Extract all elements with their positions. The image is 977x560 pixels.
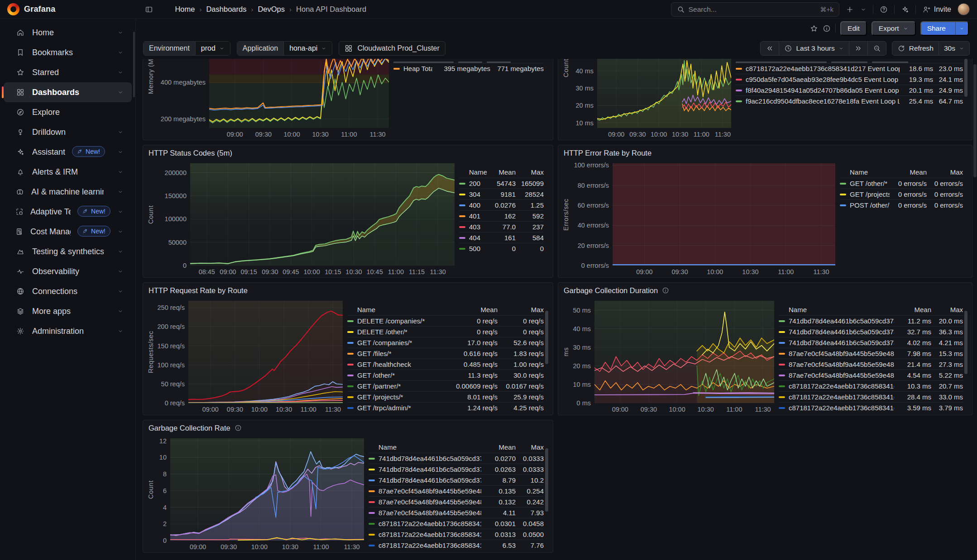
legend-row[interactable]: GET /other/*0 errors/s0 errors/s: [840, 178, 963, 189]
sidebar-item-explore[interactable]: Explore: [4, 102, 132, 122]
legend-row[interactable]: GET /partner/*0.00609 req/s0.0167 req/s: [347, 380, 544, 391]
chevron-down-icon[interactable]: [117, 327, 124, 335]
chevron-down-icon[interactable]: [117, 168, 124, 176]
panel-title[interactable]: HTTP Error Rate by Route: [564, 149, 651, 157]
page-scrollbar[interactable]: [973, 64, 977, 177]
chevron-down-icon[interactable]: [117, 267, 124, 275]
legend-row[interactable]: POST /other/*0 errors/s0 errors/s: [840, 199, 963, 210]
legend-row[interactable]: GET /files/*0.616 req/s1.83 req/s: [347, 348, 544, 359]
legend-row[interactable]: c8718172a22e4aebb1736c858341d21728.4 ms3…: [779, 391, 963, 402]
panel-title[interactable]: Garbage Collection Rate: [148, 424, 230, 432]
legend-row[interactable]: 87ae7e0cf45a48bf9a445b5e59e4850a7.98 ms1…: [779, 348, 963, 359]
legend-row[interactable]: GET /other/*11.3 req/s30.0 req/s: [347, 370, 544, 380]
chevron-down-icon[interactable]: [117, 188, 124, 196]
legend-row[interactable]: 741dbd78d4ea4461b6c5a059cd37365a8.7910.2: [369, 475, 544, 485]
legend-row[interactable]: 401162592: [459, 210, 544, 221]
time-series-chart[interactable]: [190, 163, 455, 266]
time-range-picker[interactable]: Last 3 hours: [779, 42, 848, 55]
panel-title[interactable]: Garbage Collection Duration: [564, 286, 658, 295]
sidebar-item-testing-synthetics[interactable]: Testing & synthetics: [4, 242, 132, 261]
legend-row[interactable]: 50000: [459, 243, 544, 254]
breadcrumb-item[interactable]: Hona API Dashboard: [296, 5, 366, 14]
legend-row[interactable]: 87ae7e0cf45a48bf9a445b5e59e4850a0.1350.2…: [369, 485, 544, 496]
panel-title[interactable]: HTTP Status Codes (5m): [148, 149, 232, 157]
chevron-down-icon[interactable]: [117, 307, 124, 315]
star-dashboard-icon[interactable]: [810, 24, 818, 33]
sidebar-item-home[interactable]: Home: [4, 23, 132, 43]
sidebar-item-alerts-irm[interactable]: Alerts & IRM: [4, 162, 132, 182]
legend-row[interactable]: GET /companies/*17.0 req/s52.6 req/s: [347, 337, 544, 348]
panel-info-icon[interactable]: [235, 424, 242, 432]
sidebar-item-more-apps[interactable]: More apps: [4, 301, 132, 321]
share-menu-chevron-icon[interactable]: [955, 22, 968, 35]
chevron-down-icon[interactable]: [117, 208, 124, 216]
legend-row[interactable]: c950da5fe7d045aeab93e28fee9b4dc5 Event L…: [736, 74, 963, 85]
export-button[interactable]: Export: [872, 21, 916, 36]
legend-row[interactable]: f9ac216cd9504dfbac8ece16278e18fa Event L…: [736, 95, 963, 106]
legend-row[interactable]: c8718172a22e4aebb1736c858341d2170.03010.…: [369, 518, 544, 529]
sidebar-item-adaptive-telemetry[interactable]: Adaptive Telemetry New!: [4, 202, 132, 222]
chevron-down-icon[interactable]: [117, 128, 124, 136]
sidebar-item-dashboards[interactable]: Dashboards: [4, 82, 132, 102]
help-icon[interactable]: [880, 5, 888, 14]
time-series-chart[interactable]: [597, 59, 731, 128]
sidebar-item-starred[interactable]: Starred: [4, 62, 132, 82]
sidebar-item-drilldown[interactable]: Drilldown: [4, 122, 132, 142]
invite-button[interactable]: Invite: [922, 5, 951, 14]
share-label[interactable]: Share: [921, 22, 952, 35]
dashboard-info-icon[interactable]: [823, 24, 831, 33]
search-box[interactable]: ⌘+k: [671, 2, 839, 17]
legend-row[interactable]: 741dbd78d4ea4461b6c5a059cd37365a0.02700.…: [369, 453, 544, 464]
breadcrumb-item[interactable]: Home: [175, 5, 195, 14]
legend-row[interactable]: c8718172a22e4aebb1736c858341d2176.537.76: [369, 540, 544, 551]
chevron-down-icon[interactable]: [117, 148, 124, 156]
new-menu-icon[interactable]: [846, 5, 854, 14]
legend-row[interactable]: 404161584: [459, 232, 544, 243]
legend-scrollbar[interactable]: [545, 448, 548, 512]
legend-row[interactable]: DELETE /other/*0 req/s0 req/s: [347, 326, 544, 337]
legend-row[interactable]: 87ae7e0cf45a48bf9a445b5e59e4850a4.117.93: [369, 507, 544, 518]
legend-row[interactable]: GET /projects/*8.01 req/s25.9 req/s: [347, 391, 544, 402]
legend-row[interactable]: 741dbd78d4ea4461b6c5a059cd37365a11.2 ms2…: [779, 315, 963, 326]
breadcrumb-item[interactable]: DevOps: [258, 5, 285, 14]
sidebar-item-ai-machine-learning[interactable]: AI & machine learning: [4, 182, 132, 202]
legend-row[interactable]: 741dbd78d4ea4461b6c5a059cd37365a4.02 ms4…: [779, 337, 963, 348]
share-button[interactable]: Share: [920, 21, 969, 36]
chevron-down-icon[interactable]: [117, 287, 124, 295]
time-series-chart[interactable]: [170, 438, 364, 541]
chevron-down-icon[interactable]: [117, 48, 124, 57]
time-series-chart[interactable]: [594, 301, 774, 403]
chevron-down-icon[interactable]: [117, 247, 124, 256]
variable-application[interactable]: Application hona-api: [237, 41, 333, 56]
variable-environment[interactable]: Environment prod: [143, 41, 230, 56]
grafana-logo[interactable]: [7, 3, 19, 15]
legend-row[interactable]: f8f40a2948154941a05d24707b86da05 Event L…: [736, 85, 963, 95]
time-shift-back-button[interactable]: [761, 42, 779, 55]
refresh-button[interactable]: Refresh: [892, 42, 939, 55]
legend-scrollbar[interactable]: [545, 311, 548, 364]
legend-row[interactable]: c8718172a22e4aebb1736c858341d217 Event L…: [736, 63, 963, 74]
chevron-down-icon[interactable]: [117, 88, 124, 96]
legend-row[interactable]: 87ae7e0cf45a48bf9a445b5e59e4850a0.1320.2…: [369, 496, 544, 507]
chevron-down-icon[interactable]: [117, 228, 124, 236]
legend-row[interactable]: 741dbd78d4ea4461b6c5a059cd37365a32.7 ms3…: [779, 326, 963, 337]
sidebar-item-assistant[interactable]: Assistant New!: [4, 142, 132, 162]
legend-row[interactable]: c8718172a22e4aebb1736c858341d2170.03130.…: [369, 529, 544, 540]
legend-row[interactable]: GET /trpc/admin/*1.24 req/s4.25 req/s: [347, 402, 544, 413]
legend-row[interactable]: GET /projects/*0 errors/s0 errors/s: [840, 189, 963, 199]
time-series-chart[interactable]: [209, 59, 389, 128]
sidebar-item-cost-management-a[interactable]: Cost Management a... New!: [4, 222, 132, 242]
legend-row[interactable]: DELETE /companies/*0 req/s0 req/s: [347, 315, 544, 326]
time-series-chart[interactable]: [613, 163, 835, 266]
toggle-sidebar-icon[interactable]: [145, 5, 153, 14]
time-shift-forward-button[interactable]: [849, 42, 867, 55]
legend-scrollbar[interactable]: [964, 59, 967, 97]
chevron-down-icon[interactable]: [117, 28, 124, 37]
time-series-chart[interactable]: [188, 301, 343, 403]
panel-info-icon[interactable]: [662, 286, 669, 294]
sidebar-item-connections[interactable]: Connections: [4, 281, 132, 301]
legend-row[interactable]: 87ae7e0cf45a48bf9a445b5e59e4850a21.4 ms2…: [779, 359, 963, 370]
user-avatar[interactable]: [958, 3, 970, 15]
legend-row[interactable]: 304918128524: [459, 189, 544, 199]
sidebar-item-administration[interactable]: Administration: [4, 321, 132, 341]
